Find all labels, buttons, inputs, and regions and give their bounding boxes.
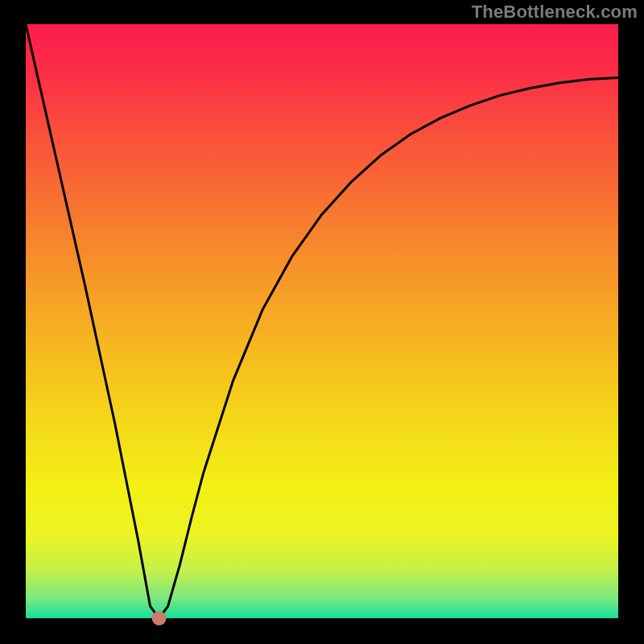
plot-background <box>26 24 618 618</box>
optimum-marker <box>152 611 167 625</box>
chart-container: TheBottleneck.com <box>0 0 644 644</box>
watermark-text: TheBottleneck.com <box>472 2 638 23</box>
bottleneck-chart <box>0 0 644 644</box>
